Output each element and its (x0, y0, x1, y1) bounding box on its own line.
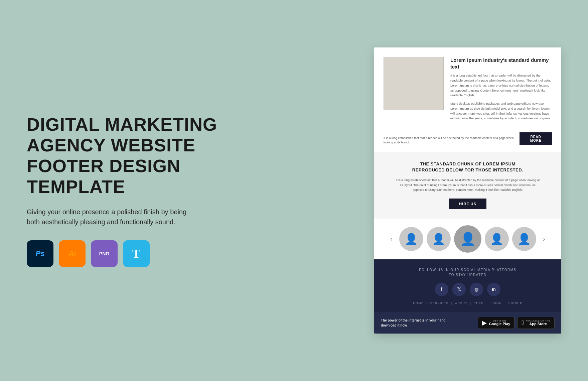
apple-icon:  (522, 319, 524, 326)
footer-nav: HOME | SERVICES | ABOUT | TEAM | LOGIN |… (381, 301, 555, 305)
nav-signup[interactable]: SIGNUP (508, 301, 523, 305)
article-content: Lorem Ipsum industry's standard dummy te… (450, 57, 552, 124)
lorem-section: THE STANDARD CHUNK OF LOREM IPSUMREPRODU… (374, 152, 561, 219)
left-panel: DIGITAL MARKETING AGENCY WEBSITE FOOTER … (27, 114, 227, 267)
article-section: Lorem Ipsum industry's standard dummy te… (374, 47, 561, 151)
website-preview: Lorem Ipsum industry's standard dummy te… (374, 47, 561, 333)
lorem-heading: THE STANDARD CHUNK OF LOREM IPSUMREPRODU… (384, 161, 552, 173)
footer-dark: FOLLOW US IN OUR SOCIAL MEDIA PLATFORMST… (374, 259, 561, 312)
avatar-1: 👤 (399, 227, 423, 251)
png-icon: PNG (91, 240, 118, 267)
instagram-icon[interactable]: ◍ (470, 283, 483, 296)
avatar-3-active: 👤 (454, 225, 481, 253)
carousel-prev-button[interactable]: ‹ (388, 234, 395, 244)
subtitle-text: Giving your online presence a polished f… (27, 207, 200, 227)
page-container: DIGITAL MARKETING AGENCY WEBSITE FOOTER … (0, 0, 588, 381)
follow-text: FOLLOW US IN OUR SOCIAL MEDIA PLATFORMST… (381, 267, 555, 277)
article-body1: It is a long established fact that a rea… (450, 73, 552, 98)
article-image (384, 57, 444, 110)
facebook-icon[interactable]: f (435, 283, 448, 296)
article-bottom: It is a long established fact that a rea… (384, 130, 552, 145)
article-top: Lorem Ipsum industry's standard dummy te… (384, 57, 552, 124)
typo-icon: T (123, 240, 150, 267)
article-title: Lorem Ipsum industry's standard dummy te… (450, 57, 552, 70)
nav-services[interactable]: SERVICES (430, 301, 449, 305)
avatar-2: 👤 (427, 227, 451, 251)
nav-login[interactable]: LOGIN (490, 301, 502, 305)
footer-bottom: The power of the internet is in your han… (374, 312, 561, 334)
app-icons: Ps Ai PNG T (27, 240, 227, 267)
avatar-4: 👤 (485, 227, 509, 251)
nav-team[interactable]: TEAM (474, 301, 484, 305)
article-body2: Many desktop publishing packages and web… (450, 101, 552, 121)
main-title: DIGITAL MARKETING AGENCY WEBSITE FOOTER … (27, 114, 227, 197)
illustrator-icon: Ai (59, 240, 86, 267)
avatar-5: 👤 (512, 227, 536, 251)
hire-us-button[interactable]: HIRE US (449, 199, 486, 209)
nav-home[interactable]: HOME (413, 301, 424, 305)
twitter-icon[interactable]: 𝕏 (452, 283, 466, 296)
lorem-body: It is a long established fact that a rea… (394, 178, 541, 192)
app-store-button[interactable]:  Available on the App Store (517, 317, 555, 329)
carousel-section: ‹ 👤 👤 👤 👤 👤 › (374, 219, 561, 259)
social-icons: f 𝕏 ◍ in (381, 283, 555, 296)
nav-about[interactable]: ABOUT (455, 301, 467, 305)
google-play-icon: ▶ (482, 319, 487, 327)
carousel-avatars: 👤 👤 👤 👤 👤 (399, 225, 536, 253)
read-more-button[interactable]: READ MORE (520, 132, 552, 145)
carousel-next-button[interactable]: › (540, 234, 548, 244)
store-buttons: ▶ GET IT ON Google Play  Available on t… (478, 317, 555, 329)
article-caption: It is a long established fact that a rea… (384, 136, 520, 145)
google-play-button[interactable]: ▶ GET IT ON Google Play (478, 317, 514, 329)
footer-tagline: The power of the internet is in your han… (381, 318, 446, 328)
linkedin-icon[interactable]: in (487, 283, 500, 296)
photoshop-icon: Ps (27, 240, 53, 267)
